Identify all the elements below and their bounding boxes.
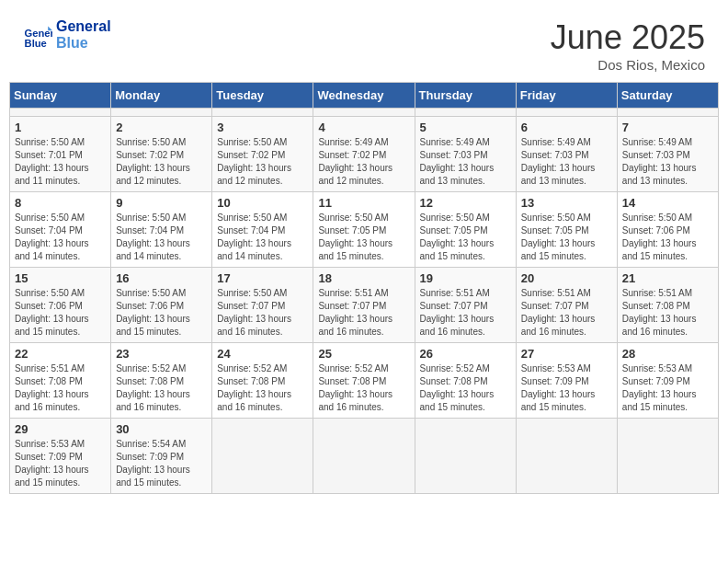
day-number: 4: [318, 121, 409, 134]
day-number: 12: [420, 196, 511, 210]
calendar-cell: 10Sunrise: 5:50 AM Sunset: 7:04 PM Dayli…: [212, 192, 313, 268]
day-number: 9: [116, 196, 207, 210]
calendar-cell: 26Sunrise: 5:52 AM Sunset: 7:08 PM Dayli…: [415, 343, 516, 419]
day-info: Sunrise: 5:50 AM Sunset: 7:02 PM Dayligh…: [116, 136, 207, 188]
day-info: Sunrise: 5:50 AM Sunset: 7:06 PM Dayligh…: [622, 212, 713, 263]
logo-icon: General Blue: [23, 20, 52, 50]
calendar-cell: [313, 109, 415, 117]
calendar-cell: [212, 419, 313, 494]
day-number: 6: [521, 121, 612, 134]
day-number: 14: [622, 196, 713, 210]
calendar-cell: 5Sunrise: 5:49 AM Sunset: 7:03 PM Daylig…: [415, 117, 516, 192]
calendar-cell: 6Sunrise: 5:49 AM Sunset: 7:03 PM Daylig…: [516, 117, 617, 192]
calendar-cell: [10, 109, 111, 117]
calendar-cell: 15Sunrise: 5:50 AM Sunset: 7:06 PM Dayli…: [10, 268, 111, 343]
calendar-cell: 22Sunrise: 5:51 AM Sunset: 7:08 PM Dayli…: [10, 343, 111, 419]
calendar-week-3: 8Sunrise: 5:50 AM Sunset: 7:04 PM Daylig…: [10, 192, 719, 268]
location: Dos Rios, Mexico: [551, 57, 705, 73]
day-number: 5: [420, 121, 511, 134]
column-header-tuesday: Tuesday: [212, 83, 313, 109]
day-info: Sunrise: 5:51 AM Sunset: 7:08 PM Dayligh…: [15, 362, 106, 414]
column-header-wednesday: Wednesday: [313, 83, 415, 109]
calendar-cell: 17Sunrise: 5:50 AM Sunset: 7:07 PM Dayli…: [212, 268, 313, 343]
day-info: Sunrise: 5:52 AM Sunset: 7:08 PM Dayligh…: [420, 362, 511, 414]
day-info: Sunrise: 5:52 AM Sunset: 7:08 PM Dayligh…: [318, 362, 409, 414]
calendar-cell: [212, 109, 313, 117]
day-info: Sunrise: 5:49 AM Sunset: 7:03 PM Dayligh…: [420, 136, 511, 188]
day-info: Sunrise: 5:50 AM Sunset: 7:01 PM Dayligh…: [15, 136, 106, 188]
calendar-cell: 9Sunrise: 5:50 AM Sunset: 7:04 PM Daylig…: [111, 192, 212, 268]
day-number: 10: [217, 196, 308, 210]
logo-line1: General: [56, 18, 111, 35]
day-number: 11: [318, 196, 409, 210]
day-number: 23: [116, 347, 207, 361]
day-number: 30: [116, 422, 207, 436]
calendar-week-1: [10, 109, 719, 117]
day-info: Sunrise: 5:52 AM Sunset: 7:08 PM Dayligh…: [116, 362, 207, 414]
day-number: 13: [521, 196, 612, 210]
calendar-cell: 18Sunrise: 5:51 AM Sunset: 7:07 PM Dayli…: [313, 268, 415, 343]
day-info: Sunrise: 5:53 AM Sunset: 7:09 PM Dayligh…: [15, 438, 106, 489]
calendar-cell: 27Sunrise: 5:53 AM Sunset: 7:09 PM Dayli…: [516, 343, 617, 419]
calendar-cell: 14Sunrise: 5:50 AM Sunset: 7:06 PM Dayli…: [617, 192, 718, 268]
day-number: 7: [622, 121, 713, 134]
calendar-cell: 1Sunrise: 5:50 AM Sunset: 7:01 PM Daylig…: [10, 117, 111, 192]
calendar-cell: [617, 109, 718, 117]
day-number: 29: [15, 422, 106, 436]
day-info: Sunrise: 5:50 AM Sunset: 7:04 PM Dayligh…: [116, 212, 207, 263]
calendar-cell: [111, 109, 212, 117]
day-info: Sunrise: 5:49 AM Sunset: 7:03 PM Dayligh…: [622, 136, 713, 188]
day-info: Sunrise: 5:50 AM Sunset: 7:05 PM Dayligh…: [318, 212, 409, 263]
day-info: Sunrise: 5:50 AM Sunset: 7:06 PM Dayligh…: [15, 287, 106, 339]
calendar-week-4: 15Sunrise: 5:50 AM Sunset: 7:06 PM Dayli…: [10, 268, 719, 343]
calendar-cell: 28Sunrise: 5:53 AM Sunset: 7:09 PM Dayli…: [617, 343, 718, 419]
day-info: Sunrise: 5:49 AM Sunset: 7:02 PM Dayligh…: [318, 136, 409, 188]
day-number: 25: [318, 347, 409, 361]
calendar-cell: [415, 109, 516, 117]
calendar-cell: 12Sunrise: 5:50 AM Sunset: 7:05 PM Dayli…: [415, 192, 516, 268]
calendar-week-5: 22Sunrise: 5:51 AM Sunset: 7:08 PM Dayli…: [10, 343, 719, 419]
day-info: Sunrise: 5:50 AM Sunset: 7:04 PM Dayligh…: [217, 212, 308, 263]
logo-line2: Blue: [56, 35, 111, 52]
column-header-sunday: Sunday: [10, 83, 111, 109]
day-number: 21: [622, 271, 713, 285]
day-number: 17: [217, 271, 308, 285]
calendar-cell: [415, 419, 516, 494]
day-info: Sunrise: 5:51 AM Sunset: 7:07 PM Dayligh…: [318, 287, 409, 339]
day-number: 3: [217, 121, 308, 134]
calendar-cell: 4Sunrise: 5:49 AM Sunset: 7:02 PM Daylig…: [313, 117, 415, 192]
day-info: Sunrise: 5:51 AM Sunset: 7:07 PM Dayligh…: [521, 287, 612, 339]
calendar-cell: [516, 109, 617, 117]
column-header-monday: Monday: [111, 83, 212, 109]
calendar-cell: 19Sunrise: 5:51 AM Sunset: 7:07 PM Dayli…: [415, 268, 516, 343]
calendar-cell: 29Sunrise: 5:53 AM Sunset: 7:09 PM Dayli…: [10, 419, 111, 494]
day-number: 2: [116, 121, 207, 134]
day-number: 19: [420, 271, 511, 285]
calendar-cell: 25Sunrise: 5:52 AM Sunset: 7:08 PM Dayli…: [313, 343, 415, 419]
day-info: Sunrise: 5:50 AM Sunset: 7:07 PM Dayligh…: [217, 287, 308, 339]
day-info: Sunrise: 5:54 AM Sunset: 7:09 PM Dayligh…: [116, 438, 207, 489]
calendar-cell: 23Sunrise: 5:52 AM Sunset: 7:08 PM Dayli…: [111, 343, 212, 419]
day-number: 20: [521, 271, 612, 285]
calendar-cell: 16Sunrise: 5:50 AM Sunset: 7:06 PM Dayli…: [111, 268, 212, 343]
calendar-cell: 3Sunrise: 5:50 AM Sunset: 7:02 PM Daylig…: [212, 117, 313, 192]
calendar-cell: 30Sunrise: 5:54 AM Sunset: 7:09 PM Dayli…: [111, 419, 212, 494]
day-info: Sunrise: 5:50 AM Sunset: 7:06 PM Dayligh…: [116, 287, 207, 339]
svg-text:Blue: Blue: [25, 37, 47, 48]
calendar-cell: 7Sunrise: 5:49 AM Sunset: 7:03 PM Daylig…: [617, 117, 718, 192]
calendar-cell: [313, 419, 415, 494]
day-number: 8: [15, 196, 106, 210]
calendar-week-2: 1Sunrise: 5:50 AM Sunset: 7:01 PM Daylig…: [10, 117, 719, 192]
calendar-cell: [516, 419, 617, 494]
day-number: 22: [15, 347, 106, 361]
calendar-cell: 8Sunrise: 5:50 AM Sunset: 7:04 PM Daylig…: [10, 192, 111, 268]
day-info: Sunrise: 5:52 AM Sunset: 7:08 PM Dayligh…: [217, 362, 308, 414]
column-header-saturday: Saturday: [617, 83, 718, 109]
day-info: Sunrise: 5:50 AM Sunset: 7:04 PM Dayligh…: [15, 212, 106, 263]
page-header: General Blue General Blue June 2025 Dos …: [9, 9, 719, 77]
calendar-cell: 11Sunrise: 5:50 AM Sunset: 7:05 PM Dayli…: [313, 192, 415, 268]
column-header-friday: Friday: [516, 83, 617, 109]
day-info: Sunrise: 5:53 AM Sunset: 7:09 PM Dayligh…: [521, 362, 612, 414]
day-number: 1: [15, 121, 106, 134]
day-info: Sunrise: 5:50 AM Sunset: 7:02 PM Dayligh…: [217, 136, 308, 188]
